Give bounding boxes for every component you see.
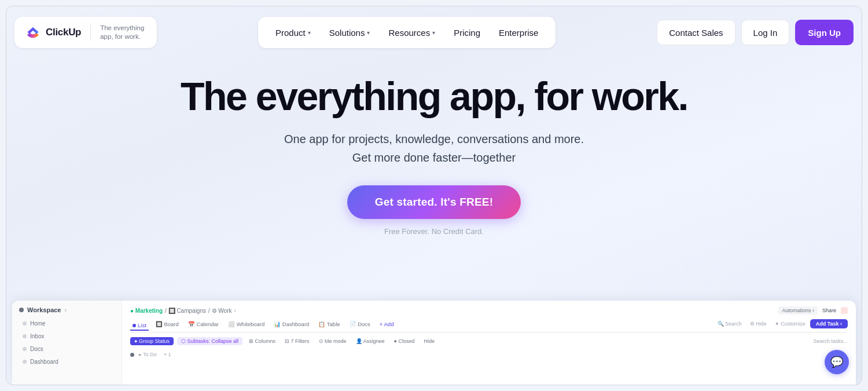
nav-item-solutions[interactable]: Solutions ▾: [321, 24, 378, 41]
page-container: ClickUp The everything app, for work. Pr…: [6, 6, 862, 385]
clickup-logo-icon: [25, 24, 41, 41]
nav-links: Product ▾ Solutions ▾ Resources ▾ Pricin…: [258, 17, 556, 48]
preview-sidebar-item-inbox: Inbox: [19, 331, 115, 342]
hero-subtitle-line1: One app for projects, knowledge, convers…: [284, 130, 584, 148]
nav-item-resources[interactable]: Resources ▾: [380, 24, 443, 41]
logo-area: ClickUp The everything app, for work.: [14, 17, 157, 48]
app-preview: Workspace › Home Inbox Docs Dashbo: [12, 301, 856, 385]
preview-row-todo: ▸ To Do + 1: [130, 350, 848, 359]
chevron-down-icon: ▾: [308, 30, 311, 36]
nav-item-product[interactable]: Product ▾: [267, 24, 319, 41]
preview-rows: ▸ To Do + 1: [130, 350, 848, 359]
cta-button[interactable]: Get started. It's FREE!: [347, 185, 521, 219]
preview-tabs: List 🔲 Board 📅 Calendar ⬜ Whiteboard 📊 D…: [130, 319, 848, 332]
contact-sales-button[interactable]: Contact Sales: [657, 20, 735, 45]
logo-wrapper[interactable]: ClickUp: [25, 24, 81, 41]
preview-topbar: ● Marketing / 🔲 Campaigns / ⚙ Work › Aut…: [130, 306, 848, 315]
preview-sidebar-item-dashboard: Dashboard: [19, 356, 115, 367]
preview-sidebar: Workspace › Home Inbox Docs Dashbo: [12, 301, 122, 385]
brand-tagline: The everything app, for work.: [100, 24, 146, 41]
logo-divider: [90, 24, 91, 41]
hero-subtitle-line2: Get more done faster—together: [284, 148, 584, 167]
chat-icon: 💬: [830, 356, 843, 368]
preview-main: ● Marketing / 🔲 Campaigns / ⚙ Work › Aut…: [122, 301, 856, 385]
nav-item-enterprise[interactable]: Enterprise: [491, 24, 546, 41]
navbar: ClickUp The everything app, for work. Pr…: [14, 14, 854, 50]
chevron-down-icon: ▾: [432, 30, 435, 36]
brand-name: ClickUp: [46, 27, 81, 38]
nav-item-pricing[interactable]: Pricing: [446, 24, 488, 41]
hero-subtitle: One app for projects, knowledge, convers…: [284, 130, 584, 167]
preview-breadcrumb: ● Marketing / 🔲 Campaigns / ⚙ Work ›: [130, 308, 236, 314]
nav-right-actions: Contact Sales Log In Sign Up: [657, 20, 854, 45]
hero-title: The everything app, for work.: [181, 76, 687, 117]
chevron-down-icon: ▾: [367, 30, 370, 36]
preview-add-task-btn: Add Task ›: [810, 319, 848, 328]
login-button[interactable]: Log In: [741, 20, 790, 45]
preview-sidebar-item-docs: Docs: [19, 344, 115, 355]
preview-sidebar-item-home: Home: [19, 318, 115, 329]
hero-section: The everything app, for work. One app fo…: [6, 59, 862, 236]
preview-workspace-title: Workspace ›: [19, 306, 115, 313]
workspace-dot: [19, 308, 24, 312]
preview-topbar-right: Automations › Share: [778, 306, 848, 315]
hero-note: Free Forever. No Credit Card.: [384, 227, 484, 236]
chat-bubble-button[interactable]: 💬: [825, 350, 849, 374]
signup-button[interactable]: Sign Up: [795, 20, 854, 45]
preview-filters: ● Group Status ⬡ Subtasks: Collapse all …: [130, 337, 848, 345]
